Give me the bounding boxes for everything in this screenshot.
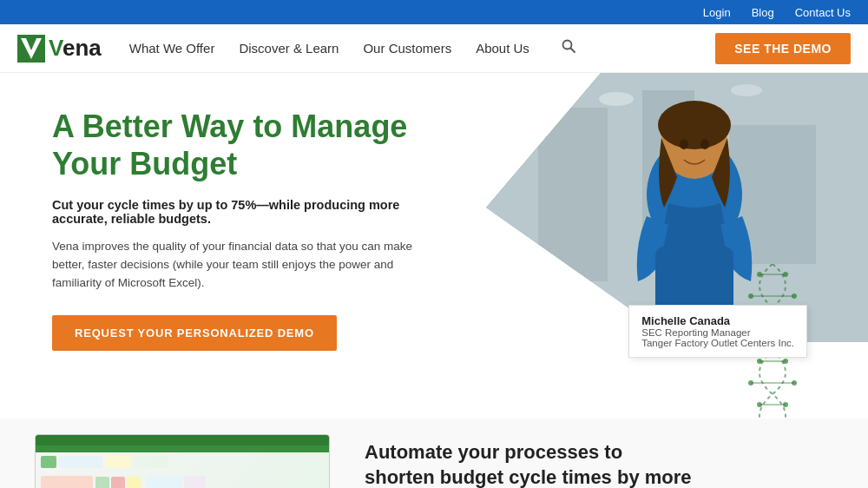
- ss-block: [184, 476, 206, 488]
- hero-content: A Better Way to Manage Your Budget Cut y…: [0, 73, 469, 386]
- nav-links: What We Offer Discover & Learn Our Custo…: [129, 38, 715, 58]
- nav-what-we-offer[interactable]: What We Offer: [129, 41, 215, 56]
- contact-link[interactable]: Contact Us: [795, 6, 851, 19]
- person-title: SEC Reporting Manager: [641, 327, 794, 338]
- hero-body: Vena improves the quality of your financ…: [52, 238, 417, 293]
- main-nav: Vena What We Offer Discover & Learn Our …: [0, 24, 868, 73]
- svg-point-37: [783, 402, 788, 407]
- svg-point-13: [680, 139, 688, 149]
- svg-point-26: [748, 293, 753, 299]
- ss-row-2: [41, 476, 324, 488]
- screenshot-preview: [35, 434, 330, 488]
- svg-point-12: [658, 101, 731, 149]
- ss-block: [127, 477, 141, 488]
- search-icon: [561, 38, 576, 54]
- person-company: Tanger Factory Outlet Centers Inc.: [641, 338, 794, 348]
- ss-block: [134, 456, 168, 468]
- vena-logo-icon: [17, 35, 45, 63]
- screenshot-inner: [36, 435, 329, 488]
- ss-content: [36, 452, 329, 488]
- svg-point-27: [792, 293, 797, 299]
- ss-block: [111, 477, 125, 488]
- svg-point-14: [700, 139, 709, 149]
- person-name: Michelle Canada: [641, 314, 794, 327]
- person-card: Michelle Canada SEC Reporting Manager Ta…: [628, 305, 807, 358]
- svg-point-34: [748, 380, 753, 386]
- ss-block: [59, 456, 102, 468]
- nav-about-us[interactable]: About Us: [476, 41, 529, 56]
- top-bar: Login Blog Contact Us: [0, 0, 868, 24]
- ss-block-large: [41, 476, 93, 488]
- request-demo-button[interactable]: REQUEST YOUR PERSONALIZED DEMO: [52, 315, 337, 351]
- login-link[interactable]: Login: [703, 6, 731, 19]
- ss-block: [95, 477, 109, 488]
- svg-rect-5: [538, 108, 608, 281]
- ss-block: [147, 476, 181, 488]
- search-button[interactable]: [561, 38, 576, 58]
- logo-text: Vena: [49, 35, 102, 62]
- nav-our-customers[interactable]: Our Customers: [363, 41, 451, 56]
- hero-title: A Better Way to Manage Your Budget: [52, 108, 434, 182]
- see-demo-button[interactable]: SEE THE DEMO: [715, 33, 851, 64]
- hero-subtitle: Cut your cycle times by up to 75%—while …: [52, 198, 434, 226]
- blog-link[interactable]: Blog: [752, 6, 774, 19]
- svg-point-36: [757, 402, 762, 407]
- bottom-section-text: Automate your processes to shorten budge…: [365, 440, 694, 488]
- ss-nav: [36, 445, 329, 452]
- ss-row-1: [41, 456, 324, 470]
- svg-point-9: [731, 84, 762, 96]
- nav-discover-learn[interactable]: Discover & Learn: [239, 41, 339, 56]
- svg-point-8: [599, 92, 634, 106]
- ss-topbar: [36, 435, 329, 445]
- bottom-section: Automate your processes to shorten budge…: [0, 419, 868, 488]
- svg-point-32: [757, 359, 762, 364]
- hero-section: A Better Way to Manage Your Budget Cut y…: [0, 73, 868, 419]
- svg-point-25: [783, 272, 788, 277]
- svg-point-33: [783, 359, 788, 364]
- ss-block: [41, 456, 56, 468]
- svg-line-3: [570, 49, 575, 53]
- logo[interactable]: Vena: [17, 35, 102, 63]
- svg-point-24: [757, 272, 762, 277]
- svg-point-35: [792, 380, 797, 386]
- ss-block: [105, 456, 131, 468]
